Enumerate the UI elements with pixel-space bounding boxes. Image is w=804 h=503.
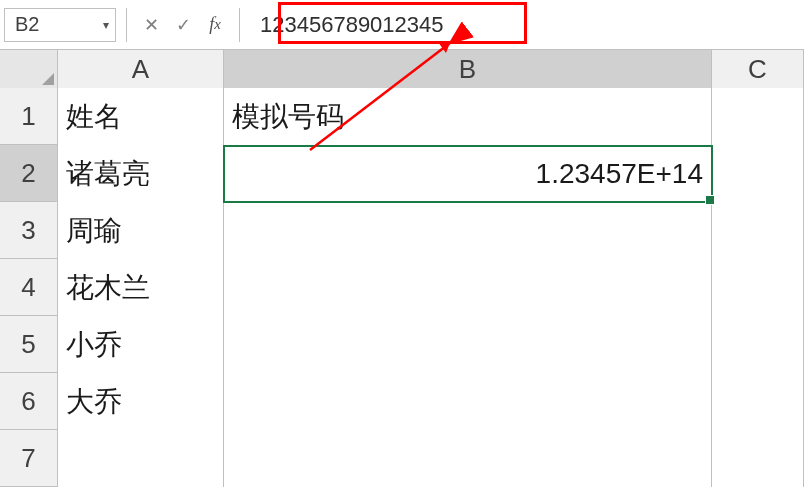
divider — [239, 8, 240, 42]
formula-bar: B2 ▾ ✕ ✓ fx 123456789012345 — [0, 0, 804, 50]
cell-B7[interactable] — [224, 430, 712, 487]
enter-icon[interactable]: ✓ — [169, 8, 197, 42]
row-5: 5 小乔 — [0, 316, 804, 373]
divider — [126, 8, 127, 42]
cell-B2[interactable]: 1.23457E+14 — [224, 145, 712, 202]
cell-A3[interactable]: 周瑜 — [58, 202, 224, 259]
cell-A1[interactable]: 姓名 — [58, 88, 224, 145]
column-header-B[interactable]: B — [224, 50, 712, 88]
cell-B3[interactable] — [224, 202, 712, 259]
row-header-4[interactable]: 4 — [0, 259, 58, 315]
cell-B1[interactable]: 模拟号码 — [224, 88, 712, 145]
cell-B4[interactable] — [224, 259, 712, 316]
spreadsheet-grid: A B C 1 姓名 模拟号码 2 诸葛亮 1.23457E+14 3 周瑜 4… — [0, 50, 804, 487]
formula-bar-input[interactable]: 123456789012345 — [250, 8, 800, 42]
cell-A6[interactable]: 大乔 — [58, 373, 224, 430]
row-header-7[interactable]: 7 — [0, 430, 58, 486]
formula-text: 123456789012345 — [260, 12, 444, 38]
row-7: 7 — [0, 430, 804, 487]
cell-B6[interactable] — [224, 373, 712, 430]
name-box-value: B2 — [15, 13, 39, 36]
cancel-icon[interactable]: ✕ — [137, 8, 165, 42]
cell-C2[interactable] — [712, 145, 804, 202]
cell-A5[interactable]: 小乔 — [58, 316, 224, 373]
row-4: 4 花木兰 — [0, 259, 804, 316]
name-box[interactable]: B2 ▾ — [4, 8, 116, 42]
cell-A7[interactable] — [58, 430, 224, 487]
fx-icon[interactable]: fx — [201, 8, 229, 42]
row-header-5[interactable]: 5 — [0, 316, 58, 372]
cell-C5[interactable] — [712, 316, 804, 373]
chevron-down-icon: ▾ — [103, 18, 109, 32]
cell-A2[interactable]: 诸葛亮 — [58, 145, 224, 202]
cell-C7[interactable] — [712, 430, 804, 487]
row-header-2[interactable]: 2 — [0, 145, 58, 201]
row-header-6[interactable]: 6 — [0, 373, 58, 429]
row-header-1[interactable]: 1 — [0, 88, 58, 144]
row-3: 3 周瑜 — [0, 202, 804, 259]
select-all-corner[interactable] — [0, 50, 58, 88]
column-headers: A B C — [0, 50, 804, 88]
row-1: 1 姓名 模拟号码 — [0, 88, 804, 145]
row-header-3[interactable]: 3 — [0, 202, 58, 258]
cell-C6[interactable] — [712, 373, 804, 430]
cell-B5[interactable] — [224, 316, 712, 373]
row-2: 2 诸葛亮 1.23457E+14 — [0, 145, 804, 202]
cell-C1[interactable] — [712, 88, 804, 145]
cell-C4[interactable] — [712, 259, 804, 316]
column-header-A[interactable]: A — [58, 50, 224, 88]
cell-A4[interactable]: 花木兰 — [58, 259, 224, 316]
column-header-C[interactable]: C — [712, 50, 804, 88]
row-6: 6 大乔 — [0, 373, 804, 430]
cell-C3[interactable] — [712, 202, 804, 259]
